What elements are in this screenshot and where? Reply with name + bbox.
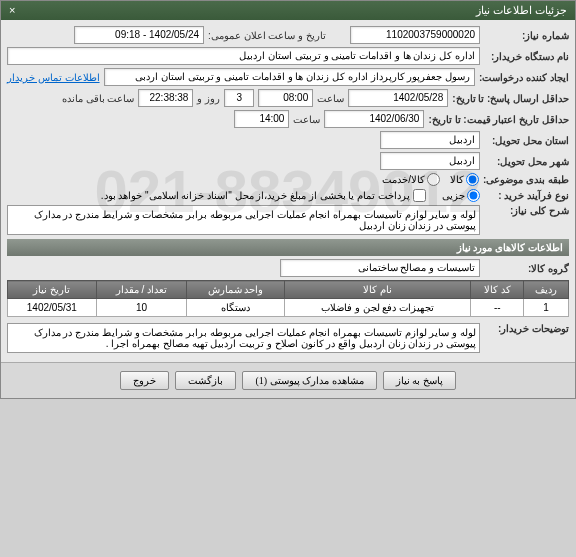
link-buyer-contact[interactable]: اطلاعات تماس خریدار [7, 72, 100, 83]
checkbox-treasury-payment[interactable] [413, 189, 426, 202]
radio-input-goods[interactable] [466, 173, 479, 186]
label-time-1: ساعت [317, 93, 344, 104]
cell-qty: 10 [96, 299, 187, 317]
cell-date: 1402/05/31 [8, 299, 97, 317]
th-code: کد کالا [471, 281, 523, 299]
th-qty: تعداد / مقدار [96, 281, 187, 299]
label-description: شرح کلی نیاز: [484, 205, 569, 216]
field-deadline-time: 14:00 [234, 110, 289, 128]
field-buyer: اداره کل زندان ها و اقدامات تامینی و ترب… [7, 47, 480, 65]
label-announce-datetime: تاریخ و ساعت اعلان عمومی: [208, 30, 326, 41]
radio-group-category: کالا کالا/خدمت [382, 173, 479, 186]
button-bar: پاسخ به نیاز مشاهده مدارک پیوستی (1) باز… [1, 362, 575, 398]
field-buyer-notes: لوله و سایر لوازم تاسیسات بهمراه انجام ع… [7, 323, 480, 353]
radio-input-service[interactable] [427, 173, 440, 186]
label-remaining: ساعت باقی مانده [62, 93, 135, 104]
titlebar: جزئیات اطلاعات نیاز × [1, 1, 575, 20]
back-button[interactable]: بازگشت [175, 371, 236, 390]
dialog-window: جزئیات اطلاعات نیاز × 021-88349012 شماره… [0, 0, 576, 399]
label-treasury-payment: پرداخت تمام یا بخشی از مبلغ خرید،از محل … [101, 190, 410, 201]
label-buyer: نام دستگاه خریدار: [484, 51, 569, 62]
section-header-items: اطلاعات کالاهای مورد نیاز [7, 239, 569, 256]
field-days: 3 [224, 89, 254, 107]
field-requester: رسول جعفرپور کارپرداز اداره کل زندان ها … [104, 68, 476, 86]
label-exec-location: استان محل تحویل: [484, 135, 569, 146]
label-process-type: نوع فرآیند خرید : [484, 190, 569, 201]
field-min-resp-date: 1402/05/28 [348, 89, 448, 107]
radio-proc-buy[interactable]: جزیی [442, 189, 480, 202]
exit-button[interactable]: خروج [120, 371, 169, 390]
th-date: تاریخ نیاز [8, 281, 97, 299]
field-delivery-city: اردبیل [380, 152, 480, 170]
field-deadline-date: 1402/06/30 [324, 110, 424, 128]
cell-name: تجهیزات دفع لجن و فاضلاب [284, 299, 471, 317]
checkbox-row-payment: پرداخت تمام یا بخشی از مبلغ خرید،از محل … [101, 189, 426, 202]
label-day-and: روز و [197, 93, 220, 104]
label-need-number: شماره نیاز: [484, 30, 569, 41]
radio-input-buy[interactable] [467, 189, 480, 202]
label-buyer-notes: توضیحات خریدار: [484, 323, 569, 334]
field-description: لوله و سایر لوازم تاسیسات بهمراه انجام ع… [7, 205, 480, 235]
radio-cat-service[interactable]: کالا/خدمت [382, 173, 440, 186]
cell-code: -- [471, 299, 523, 317]
th-name: نام کالا [284, 281, 471, 299]
label-delivery-city: شهر محل تحویل: [484, 156, 569, 167]
th-unit: واحد شمارش [187, 281, 285, 299]
field-min-resp-time: 08:00 [258, 89, 313, 107]
cell-row: 1 [523, 299, 568, 317]
radio-group-process: جزیی [442, 189, 480, 202]
label-goods-group: گروه کالا: [484, 263, 569, 274]
window-title: جزئیات اطلاعات نیاز [476, 4, 567, 17]
radio-cat-goods[interactable]: کالا [450, 173, 479, 186]
close-icon[interactable]: × [9, 4, 15, 17]
table-header-row: ردیف کد کالا نام کالا واحد شمارش تعداد /… [8, 281, 569, 299]
field-announce-datetime: 1402/05/24 - 09:18 [74, 26, 204, 44]
label-min-response: حداقل ارسال پاسخ: تا تاریخ: [452, 93, 569, 104]
field-remaining-time: 22:38:38 [138, 89, 193, 107]
items-table: ردیف کد کالا نام کالا واحد شمارش تعداد /… [7, 280, 569, 317]
content-area: 021-88349012 شماره نیاز: 110200375900002… [1, 20, 575, 362]
field-exec-location: اردبیل [380, 131, 480, 149]
cell-unit: دستگاه [187, 299, 285, 317]
label-requester: ایجاد کننده درخواست: [479, 72, 569, 83]
label-deadline: حداقل تاریخ اعتبار قیمت: تا تاریخ: [428, 114, 569, 125]
field-goods-group: تاسیسات و مصالح ساختمانی [280, 259, 480, 277]
th-row: ردیف [523, 281, 568, 299]
respond-button[interactable]: پاسخ به نیاز [383, 371, 456, 390]
label-category: طبقه بندی موضوعی: [483, 174, 569, 185]
view-attachments-button[interactable]: مشاهده مدارک پیوستی (1) [242, 371, 376, 390]
table-row[interactable]: 1 -- تجهیزات دفع لجن و فاضلاب دستگاه 10 … [8, 299, 569, 317]
label-time-2: ساعت [293, 114, 320, 125]
field-need-number: 1102003759000020 [350, 26, 480, 44]
